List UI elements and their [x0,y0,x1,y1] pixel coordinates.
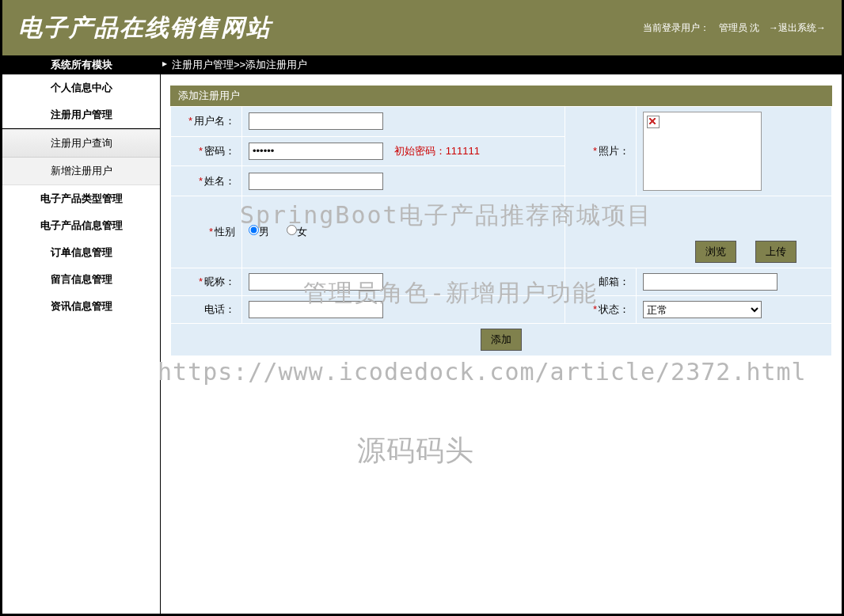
sidebar: 个人信息中心 注册用户管理 注册用户查询 新增注册用户 电子产品类型管理 电子产… [2,74,161,614]
name-input[interactable] [249,173,383,190]
sidebar-item-user-query[interactable]: 注册用户查询 [2,129,160,158]
sidebar-item-product-info[interactable]: 电子产品信息管理 [2,212,160,239]
username-label: *用户名： [171,107,242,137]
phone-input[interactable] [249,301,383,318]
nickname-input[interactable] [249,273,383,291]
header-user-area: 当前登录用户： 管理员 沈 →退出系统→ [643,21,826,35]
phone-label: 电话： [171,296,242,324]
logout-link[interactable]: →退出系统→ [769,21,826,35]
browse-button[interactable]: 浏览 [695,241,736,263]
site-title: 电子产品在线销售网站 [18,12,272,44]
email-cell [637,268,832,296]
gender-cell: 男 女 [242,196,565,268]
password-label: *密码： [171,136,242,166]
sidebar-item-news[interactable]: 资讯信息管理 [2,293,160,320]
name-label: *姓名： [171,166,242,196]
email-label: 邮箱： [565,268,637,296]
breadcrumb: 注册用户管理>>添加注册用户 [161,58,842,72]
sidebar-item-profile[interactable]: 个人信息中心 [2,74,160,101]
status-label: *状态： [565,296,637,324]
sidebar-item-add-user[interactable]: 新增注册用户 [2,158,160,185]
submit-row: 添加 [171,324,832,356]
password-hint: 初始密码：111111 [394,145,480,157]
nickname-cell [242,268,565,296]
current-user: 管理员 沈 [719,21,759,35]
photo-preview [643,112,762,191]
password-cell: 初始密码：111111 [242,136,565,166]
gender-female-label[interactable]: 女 [287,226,307,238]
nickname-label: *昵称： [171,268,242,296]
main-content: 添加注册用户 *用户名： *照片： *密码： 初始密码：111111 [161,74,842,614]
sidebar-item-product-type[interactable]: 电子产品类型管理 [2,185,160,212]
panel-title: 添加注册用户 [170,86,832,106]
status-cell: 正常 [637,296,832,324]
name-cell [242,166,565,196]
upload-button[interactable]: 上传 [755,241,796,263]
sidebar-item-orders[interactable]: 订单信息管理 [2,239,160,266]
photo-cell [637,107,832,196]
submit-button[interactable]: 添加 [481,329,522,351]
photo-action-cell: 浏览 上传 [565,196,832,268]
sidebar-item-messages[interactable]: 留言信息管理 [2,266,160,293]
password-input[interactable] [249,143,383,160]
form-table: *用户名： *照片： *密码： 初始密码：111111 *姓名： [170,106,832,356]
photo-label: *照片： [565,107,637,196]
sidebar-item-user-mgmt[interactable]: 注册用户管理 [2,101,160,129]
phone-cell [242,296,565,324]
modules-label: 系统所有模块 [2,58,161,72]
gender-male-radio[interactable] [249,225,259,235]
gender-label: *性别 [171,196,242,268]
gender-male-label[interactable]: 男 [249,226,269,238]
top-nav-bar: 系统所有模块 注册用户管理>>添加注册用户 [2,55,842,74]
current-user-label: 当前登录用户： [643,21,709,35]
email-input[interactable] [643,273,777,291]
status-select[interactable]: 正常 [643,301,762,318]
header: 电子产品在线销售网站 当前登录用户： 管理员 沈 →退出系统→ [2,0,842,55]
gender-female-radio[interactable] [287,225,297,235]
username-cell [242,107,565,137]
username-input[interactable] [249,112,383,130]
